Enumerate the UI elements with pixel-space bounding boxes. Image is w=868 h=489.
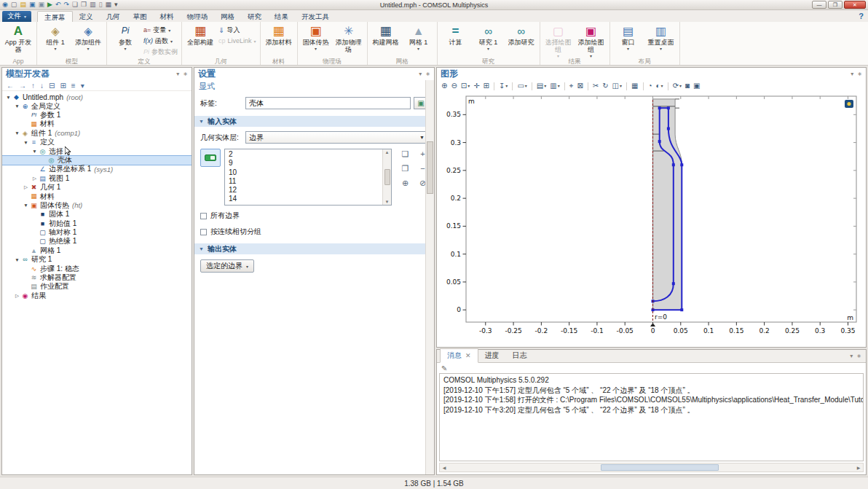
clear-messages-icon[interactable]: ✎ bbox=[441, 364, 447, 372]
expander-closed-icon[interactable]: ▷ bbox=[31, 176, 38, 181]
selection-list-item[interactable]: 12 bbox=[229, 186, 379, 195]
expander-open-icon[interactable]: ▼ bbox=[23, 140, 29, 145]
ribbon-button-windows[interactable]: ▤窗口▾ bbox=[612, 23, 644, 51]
all-boundaries-checkbox-row[interactable]: 所有边界 bbox=[194, 211, 434, 221]
ribbon-button-add-physics[interactable]: ✳添加物理场 bbox=[333, 23, 365, 54]
help-button[interactable]: ? bbox=[859, 12, 864, 20]
delete-icon[interactable]: ▯ bbox=[99, 1, 103, 9]
zoom-to-selection-icon[interactable]: ⊕ bbox=[400, 178, 411, 189]
expander-open-icon[interactable]: ▼ bbox=[14, 130, 20, 136]
panel-menu-icon[interactable]: ▾ bbox=[419, 71, 422, 77]
expander-closed-icon[interactable]: ▷ bbox=[23, 184, 29, 190]
ribbon-tab-study[interactable]: 研究 bbox=[241, 11, 268, 22]
selection-list-item[interactable]: 9 bbox=[229, 159, 379, 168]
ribbon-button-component-1[interactable]: ◈组件 1▾ bbox=[39, 23, 71, 51]
scroll-thumb[interactable] bbox=[601, 464, 719, 471]
open-icon[interactable]: ▤ bbox=[20, 1, 26, 9]
ribbon-tab-definitions[interactable]: 定义 bbox=[73, 11, 100, 22]
expander-open-icon[interactable]: ▼ bbox=[14, 257, 20, 262]
section-input-entities[interactable]: ▼ 输入实体 bbox=[194, 116, 434, 127]
image-snapshot-icon[interactable]: ▭▾ bbox=[517, 81, 526, 91]
paste-selection-icon[interactable]: ❐ bbox=[400, 163, 411, 174]
expander-open-icon[interactable]: ▼ bbox=[14, 103, 20, 109]
deselect-box-icon[interactable]: ⊠ bbox=[577, 81, 583, 91]
tree-item-axial-symmetry-1[interactable]: ▢轴对称 1 bbox=[2, 228, 192, 237]
selection-list-scrollbar[interactable]: ▲▼ bbox=[382, 149, 391, 205]
ribbon-button-parameter-case[interactable]: Pi参数实例 bbox=[142, 47, 179, 57]
maximize-button[interactable]: ❐ bbox=[828, 1, 843, 9]
move-up-icon[interactable]: ↑ bbox=[31, 81, 35, 90]
zoom-box-icon[interactable]: ⊡▾ bbox=[461, 81, 470, 91]
qa-dropdown-icon[interactable]: ▾ bbox=[114, 1, 118, 9]
expander-open-icon[interactable]: ▼ bbox=[23, 203, 29, 208]
tree-item-explicit-shell[interactable]: ◎壳体 bbox=[2, 156, 192, 165]
ribbon-button-variables[interactable]: a=变量▾ bbox=[142, 25, 179, 35]
tree-item-geometry-1[interactable]: ▷✖几何 1 bbox=[2, 183, 192, 192]
messages-tab-progress[interactable]: 进度 bbox=[478, 349, 506, 362]
duplicate-icon[interactable]: ▥ bbox=[90, 1, 96, 9]
tree-item-materials[interactable]: ▦材料 bbox=[2, 192, 192, 200]
forward-icon[interactable]: → bbox=[19, 81, 26, 90]
tree-item-selections[interactable]: ▼◎选择 bbox=[2, 146, 192, 155]
undo-icon[interactable]: ↶ bbox=[55, 1, 61, 9]
selection-list-item[interactable]: 10 bbox=[229, 168, 379, 177]
tree-item-view-1[interactable]: ▷▤视图 1 bbox=[2, 174, 192, 183]
panel-menu-icon[interactable]: ▾ bbox=[850, 353, 853, 359]
expander-open-icon[interactable]: ▼ bbox=[5, 95, 12, 100]
entity-level-select[interactable]: 边界 ▼ bbox=[245, 131, 428, 144]
panel-menu-icon[interactable]: ▾ bbox=[851, 71, 853, 77]
paste-icon[interactable]: ❐ bbox=[81, 1, 87, 9]
zoom-selected-icon[interactable]: ⊞ bbox=[484, 81, 489, 91]
panel-pin-icon[interactable]: ∗ bbox=[425, 71, 430, 77]
tree-item-solver-configurations[interactable]: ≋求解器配置 bbox=[2, 273, 192, 282]
scene-light-icon[interactable]: ◔ bbox=[648, 81, 652, 91]
tree-item-thermal-insulation-1[interactable]: ▢热绝缘 1 bbox=[2, 237, 192, 246]
panel-pin-icon[interactable]: ∗ bbox=[856, 353, 861, 359]
selection-list-item[interactable]: 14 bbox=[229, 195, 379, 203]
ribbon-button-select-plot-group[interactable]: ▢选择绘图组▾ bbox=[542, 23, 575, 58]
select-box-icon[interactable]: ⌖ bbox=[569, 81, 574, 91]
ribbon-button-app-builder[interactable]: AApp 开发器 bbox=[2, 23, 34, 54]
view-menu-icon[interactable]: ◫▾ bbox=[612, 81, 622, 91]
ribbon-tab-home[interactable]: 主屏幕 bbox=[37, 11, 73, 22]
tree-item-step-1-stationary[interactable]: ∿步骤 1: 稳态 bbox=[2, 264, 192, 273]
tree-item-parameters-1[interactable]: Pi参数 1 bbox=[2, 111, 192, 120]
ribbon-button-add-plot-group[interactable]: ▣添加绘图组▾ bbox=[575, 23, 607, 58]
ribbon-tab-sketch[interactable]: 草图 bbox=[127, 11, 154, 22]
close-tab-icon[interactable]: ✕ bbox=[465, 352, 471, 359]
panel-pin-icon[interactable]: ∗ bbox=[183, 71, 188, 77]
tree-item-mesh-1[interactable]: ▲网格 1 bbox=[2, 246, 192, 255]
copy-icon[interactable]: ❏ bbox=[72, 1, 78, 9]
zoom-in-icon[interactable]: ⊕ bbox=[441, 81, 447, 91]
ribbon-tab-mesh[interactable]: 网格 bbox=[214, 11, 241, 22]
ribbon-tab-physics[interactable]: 物理场 bbox=[181, 11, 215, 22]
orbit-icon[interactable]: ↻ bbox=[602, 81, 608, 91]
new-icon[interactable]: ▢ bbox=[11, 1, 17, 9]
tree-item-global-definitions[interactable]: ▼⊕全局定义 bbox=[2, 101, 192, 110]
grid-icon[interactable]: ▦ bbox=[631, 81, 638, 91]
plot-corner-icon[interactable] bbox=[845, 100, 853, 108]
ribbon-button-functions[interactable]: f(x)函数▾ bbox=[142, 36, 179, 46]
screenshot-icon[interactable]: ◙ bbox=[685, 81, 690, 91]
tree-item-results[interactable]: ▷◉结果 bbox=[2, 292, 192, 300]
group-by-tangency-checkbox-row[interactable]: 按连续相切分组 bbox=[194, 227, 434, 237]
ribbon-button-compute[interactable]: =计算 bbox=[440, 23, 472, 47]
ribbon-button-parameters[interactable]: Pi参数▾ bbox=[109, 23, 141, 51]
tree-item-global-materials[interactable]: ▦材料 bbox=[2, 120, 192, 128]
selection-list-item[interactable]: 11 bbox=[229, 177, 379, 186]
ribbon-button-add-material[interactable]: ▦添加材料 bbox=[263, 23, 295, 47]
redo-icon[interactable]: ↷ bbox=[63, 1, 69, 9]
close-button[interactable]: ✕ bbox=[844, 1, 866, 9]
expander-closed-icon[interactable]: ▷ bbox=[14, 293, 20, 299]
checkbox-icon[interactable] bbox=[200, 229, 207, 235]
tree-item-solid-1[interactable]: ■固体 1 bbox=[2, 210, 192, 219]
ribbon-button-mesh-1[interactable]: ▲网格 1▾ bbox=[403, 23, 435, 51]
tree-item-model-root[interactable]: ▼◆Untitled.mph(root) bbox=[2, 93, 192, 101]
ribbon-tab-geometry[interactable]: 几何 bbox=[100, 11, 127, 22]
messages-horizontal-scrollbar[interactable]: ◀ ▶ bbox=[439, 463, 864, 472]
messages-tab-log[interactable]: 日志 bbox=[506, 349, 534, 362]
save-as-icon[interactable]: ▣ bbox=[38, 1, 44, 9]
ribbon-button-build-all[interactable]: ▦全部构建 bbox=[184, 23, 216, 47]
back-icon[interactable]: ← bbox=[7, 81, 14, 90]
tree-item-study-1[interactable]: ▼∞研究 1 bbox=[2, 255, 192, 264]
